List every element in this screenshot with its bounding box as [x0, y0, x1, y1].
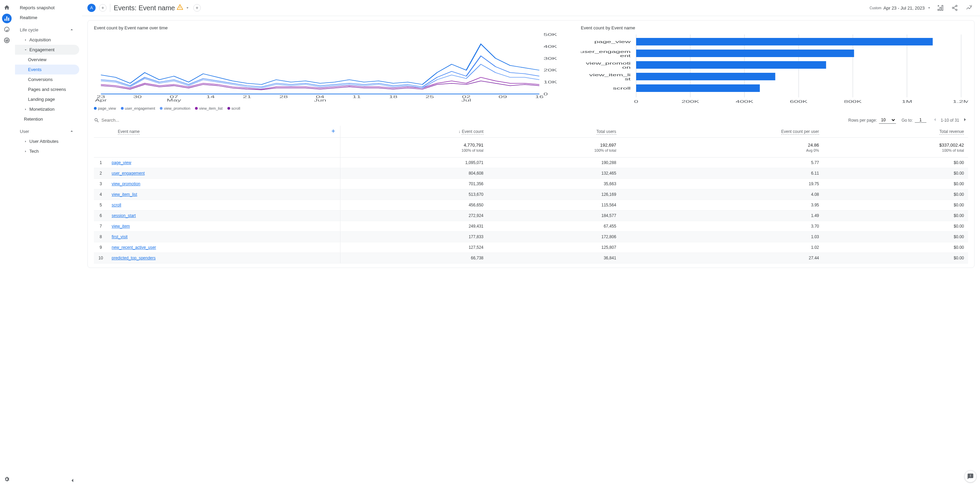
row-event-count: 127,524: [340, 242, 487, 253]
svg-point-5: [956, 9, 957, 11]
legend-item-user_engagement[interactable]: user_engagement: [121, 106, 155, 110]
rail-explore[interactable]: [2, 25, 12, 34]
row-event-name: first_visit: [108, 232, 340, 242]
prev-page-button[interactable]: [932, 116, 938, 124]
rail-settings[interactable]: [2, 474, 12, 484]
row-event-name: new_recent_active_user: [108, 242, 340, 253]
table-row: 7 view_item 249,431 67,455 3.70 $0.00: [94, 221, 968, 232]
table-search[interactable]: [94, 118, 843, 123]
col-event-count[interactable]: ↓Event count: [340, 126, 487, 138]
row-per-user: 3.95: [620, 200, 823, 211]
event-link[interactable]: new_recent_active_user: [112, 245, 156, 250]
sidebar-item-reports-snapshot[interactable]: Reports snapshot: [15, 3, 79, 13]
col-revenue[interactable]: Total revenue: [823, 126, 968, 138]
legend-item-view_promotion[interactable]: view_promotion: [160, 106, 190, 110]
svg-rect-45: [636, 38, 933, 45]
next-page-button[interactable]: [962, 116, 968, 124]
sidebar-item-engagement[interactable]: Engagement: [15, 45, 79, 55]
customize-report-icon[interactable]: [935, 2, 946, 13]
add-segment-button[interactable]: [99, 4, 107, 12]
sidebar-item-monetization[interactable]: Monetization: [15, 104, 79, 114]
col-event-name[interactable]: Event name: [94, 126, 340, 138]
report-card: Event count by Event name over time 010K…: [88, 20, 975, 268]
add-dimension-button[interactable]: [331, 129, 336, 135]
svg-text:1.2M: 1.2M: [953, 99, 968, 104]
legend-item-scroll[interactable]: scroll: [228, 106, 240, 110]
row-total-users: 190,288: [488, 158, 620, 168]
row-event-count: 513,670: [340, 189, 487, 200]
svg-text:Apr: Apr: [95, 98, 107, 102]
share-icon[interactable]: [949, 2, 960, 13]
warning-icon[interactable]: [177, 4, 183, 12]
collapse-sidebar-button[interactable]: [68, 476, 76, 485]
row-revenue: $0.00: [823, 221, 968, 232]
row-revenue: $0.00: [823, 253, 968, 263]
row-index: 2: [94, 168, 108, 179]
row-total-users: 184,577: [488, 211, 620, 221]
dimension-dropdown[interactable]: [185, 4, 190, 12]
event-link[interactable]: view_item: [112, 224, 130, 229]
table-row: 1 page_view 1,095,071 190,288 5.77 $0.00: [94, 158, 968, 168]
svg-text:11: 11: [352, 95, 361, 99]
bar-chart: 0200K400K600K800K1M1.2Mpage_viewuser_eng…: [581, 32, 968, 104]
nav-rail: [0, 0, 14, 488]
col-per-user[interactable]: Event count per user: [620, 126, 823, 138]
event-link[interactable]: first_visit: [112, 234, 128, 239]
legend-item-view_item_list[interactable]: view_item_list: [195, 106, 222, 110]
sidebar-item-overview[interactable]: Overview: [15, 55, 79, 65]
date-range-mode: Custom: [870, 6, 881, 10]
event-link[interactable]: view_promotion: [112, 182, 140, 186]
event-link[interactable]: scroll: [112, 203, 121, 207]
sidebar-item-landing-page[interactable]: Landing page: [15, 94, 79, 104]
svg-text:600K: 600K: [790, 99, 808, 104]
event-link[interactable]: predicted_top_spenders: [112, 256, 156, 260]
event-link[interactable]: session_start: [112, 213, 136, 218]
svg-text:16: 16: [535, 95, 544, 99]
event-link[interactable]: view_item_list: [112, 192, 137, 197]
row-per-user: 4.08: [620, 189, 823, 200]
svg-text:st: st: [625, 77, 630, 81]
insights-icon[interactable]: [964, 2, 975, 13]
event-link[interactable]: page_view: [112, 160, 131, 165]
sidebar-item-conversions[interactable]: Conversions: [15, 75, 79, 85]
sidebar-item-events[interactable]: Events: [15, 65, 79, 75]
sidebar-item-user[interactable]: User: [15, 126, 79, 136]
row-event-name: page_view: [108, 158, 340, 168]
table-row: 5 scroll 456,650 115,564 3.95 $0.00: [94, 200, 968, 211]
add-comparison-button[interactable]: [193, 4, 201, 12]
svg-text:400K: 400K: [735, 99, 753, 104]
svg-point-6: [972, 5, 972, 6]
date-range-picker[interactable]: Custom Apr 23 - Jul 21, 2023: [870, 5, 932, 11]
row-total-users: 132,465: [488, 168, 620, 179]
row-revenue: $0.00: [823, 200, 968, 211]
sidebar-item-user-attributes[interactable]: User Attributes: [15, 136, 79, 146]
row-event-count: 456,650: [340, 200, 487, 211]
col-total-users[interactable]: Total users: [488, 126, 620, 138]
sidebar: Reports snapshotRealtimeLife cycleAcquis…: [14, 0, 82, 488]
sidebar-item-life-cycle[interactable]: Life cycle: [15, 25, 79, 35]
search-input[interactable]: [102, 118, 170, 123]
rail-reports[interactable]: [2, 14, 12, 23]
rows-per-page-select[interactable]: 10: [879, 116, 896, 124]
line-chart: 010K20K30K40K50K23Apr3007May14212804Jun1…: [94, 32, 567, 104]
legend-item-page_view[interactable]: page_view: [94, 106, 116, 110]
rail-advertising[interactable]: [2, 35, 12, 45]
event-link[interactable]: user_engagement: [112, 171, 145, 175]
row-index: 1: [94, 158, 108, 168]
row-per-user: 1.49: [620, 211, 823, 221]
title-prefix: Events:: [114, 4, 137, 12]
sidebar-item-acquisition[interactable]: Acquisition: [15, 35, 79, 45]
sidebar-item-pages-and-screens[interactable]: Pages and screens: [15, 85, 79, 94]
svg-text:18: 18: [389, 95, 398, 99]
sidebar-item-retention[interactable]: Retention: [15, 114, 79, 124]
events-table: Event name ↓Event count Total users Even…: [94, 126, 968, 263]
sidebar-item-tech[interactable]: Tech: [15, 146, 79, 156]
header: A Events: Event name Custom Apr 23 - Jul…: [82, 0, 980, 16]
segment-chip[interactable]: A: [88, 4, 95, 12]
feedback-button[interactable]: [964, 470, 977, 483]
svg-text:14: 14: [206, 95, 215, 99]
rail-home[interactable]: [2, 3, 12, 12]
goto-input[interactable]: [915, 118, 926, 123]
sidebar-item-realtime[interactable]: Realtime: [15, 13, 79, 22]
row-total-users: 172,806: [488, 232, 620, 242]
